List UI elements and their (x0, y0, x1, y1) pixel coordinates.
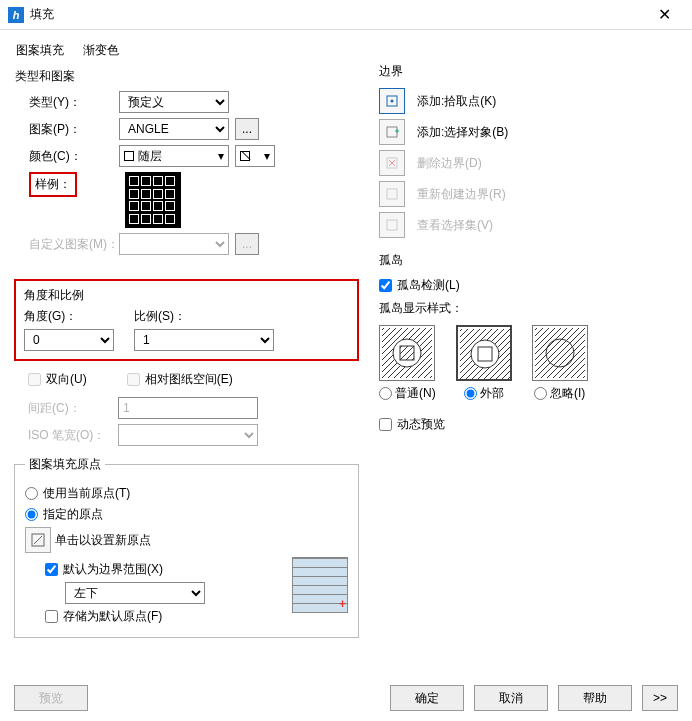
boundary-title: 边界 (379, 63, 678, 80)
angle-scale-title: 角度和比例 (24, 287, 349, 304)
ok-button[interactable]: 确定 (390, 685, 464, 711)
type-group-title: 类型和图案 (15, 68, 358, 85)
island-ignore-thumb[interactable] (532, 325, 588, 381)
island-style-label: 孤岛显示样式： (379, 300, 678, 317)
recreate-boundary-button (379, 181, 405, 207)
expand-button[interactable]: >> (642, 685, 678, 711)
pattern-label: 图案(P)： (29, 121, 119, 138)
plus-icon: + (339, 597, 346, 611)
titlebar: h 填充 ✕ (0, 0, 692, 30)
pattern-preview[interactable] (125, 172, 181, 228)
island-outer-thumb[interactable] (456, 325, 512, 381)
svg-rect-12 (478, 347, 492, 361)
boundary-group: 边界 添加:拾取点(K) 添加:选择对象(B) 删除边界(D) 重新创建边界(R… (379, 63, 678, 238)
angle-scale-highlight: 角度和比例 角度(G)： 0 比例(S)： 1 (14, 279, 359, 361)
custom-browse-button: ... (235, 233, 259, 255)
dynamic-preview-checkbox[interactable]: 动态预览 (379, 416, 678, 433)
angle-select[interactable]: 0 (24, 329, 114, 351)
remove-boundary-button (379, 150, 405, 176)
svg-rect-3 (387, 127, 397, 137)
set-new-origin-button[interactable] (25, 527, 51, 553)
tab-bar: 图案填充 渐变色 (0, 30, 692, 63)
specified-origin-radio[interactable]: 指定的原点 (25, 506, 348, 523)
island-detect-checkbox[interactable]: 孤岛检测(L) (379, 277, 678, 294)
island-ignore-radio[interactable]: 忽略(I) (532, 385, 588, 402)
close-icon[interactable]: ✕ (644, 0, 684, 30)
custom-pattern-label: 自定义图案(M)： (29, 236, 119, 253)
spacing-label: 间距(C)： (28, 400, 118, 417)
svg-rect-5 (387, 189, 397, 199)
iso-select (118, 424, 258, 446)
origin-position-select[interactable]: 左下 (65, 582, 205, 604)
island-group: 孤岛 孤岛检测(L) 孤岛显示样式： 普通(N) 外部 忽略(I) (379, 252, 678, 402)
footer: 预览 确定 取消 帮助 >> (14, 685, 678, 711)
origin-preview: + (292, 557, 348, 613)
paper-space-checkbox: 相对图纸空间(E) (127, 371, 233, 388)
select-object-button[interactable] (379, 119, 405, 145)
use-current-origin-radio[interactable]: 使用当前原点(T) (25, 485, 348, 502)
origin-title: 图案填充原点 (25, 456, 105, 473)
app-icon: h (8, 7, 24, 23)
default-extent-checkbox[interactable]: 默认为边界范围(X) (45, 561, 292, 578)
type-select[interactable]: 预定义 (119, 91, 229, 113)
spacing-input (118, 397, 258, 419)
type-label: 类型(Y)： (29, 94, 119, 111)
island-outer-radio[interactable]: 外部 (456, 385, 512, 402)
window-title: 填充 (30, 6, 54, 23)
help-button[interactable]: 帮助 (558, 685, 632, 711)
none-icon (240, 151, 250, 161)
two-way-checkbox: 双向(U) (28, 371, 87, 388)
svg-rect-6 (387, 220, 397, 230)
island-normal-radio[interactable]: 普通(N) (379, 385, 436, 402)
sample-label-highlight: 样例： (29, 172, 77, 197)
scale-select[interactable]: 1 (134, 329, 274, 351)
svg-rect-9 (400, 346, 414, 360)
pattern-browse-button[interactable]: ... (235, 118, 259, 140)
angle-label: 角度(G)： (24, 308, 114, 325)
tab-pattern-fill[interactable]: 图案填充 (14, 38, 66, 63)
color-select[interactable]: 随层 ▾ (119, 145, 229, 167)
svg-point-14 (546, 339, 574, 367)
pick-point-button[interactable] (379, 88, 405, 114)
tab-gradient[interactable]: 渐变色 (81, 38, 121, 63)
iso-label: ISO 笔宽(O)： (28, 427, 118, 444)
view-selection-button (379, 212, 405, 238)
cancel-button[interactable]: 取消 (474, 685, 548, 711)
island-title: 孤岛 (379, 252, 678, 269)
island-normal-thumb[interactable] (379, 325, 435, 381)
origin-group: 图案填充原点 使用当前原点(T) 指定的原点 单击以设置新原点 默认为边界范围(… (14, 456, 359, 638)
type-and-pattern-group: 类型和图案 类型(Y)： 预定义 图案(P)： ANGLE ... 颜色(C)：… (14, 63, 359, 269)
svg-point-2 (391, 100, 394, 103)
color-secondary-select[interactable]: ▾ (235, 145, 275, 167)
pattern-select[interactable]: ANGLE (119, 118, 229, 140)
color-swatch-icon (124, 151, 134, 161)
click-new-origin-label: 单击以设置新原点 (55, 532, 151, 549)
custom-pattern-select (119, 233, 229, 255)
color-label: 颜色(C)： (29, 148, 119, 165)
store-default-checkbox[interactable]: 存储为默认原点(F) (45, 608, 292, 625)
scale-label: 比例(S)： (134, 308, 274, 325)
preview-button: 预览 (14, 685, 88, 711)
